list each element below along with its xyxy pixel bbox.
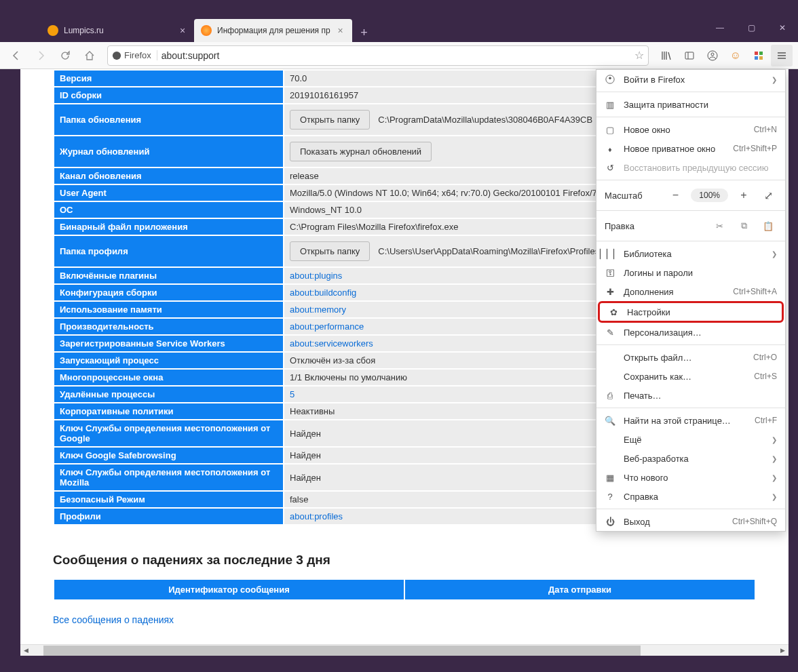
library-icon[interactable]: [656, 45, 677, 66]
open-folder-button[interactable]: Показать журнал обновлений: [290, 142, 432, 161]
identity-box[interactable]: Firefox: [112, 50, 157, 60]
help-icon: ?: [605, 491, 615, 502]
row-key: Запускающий процесс: [54, 353, 283, 368]
menu-customize[interactable]: ✎ Персонализация…: [596, 323, 785, 342]
row-key: Профили: [54, 509, 283, 524]
row-key: Канал обновления: [54, 168, 283, 184]
close-icon[interactable]: ×: [178, 26, 187, 35]
favicon-icon: [48, 25, 58, 36]
menu-more[interactable]: Ещё ❯: [596, 430, 785, 449]
row-key: Журнал обновлений: [54, 136, 283, 167]
row-key: Ключ Службы определения местоположения о…: [54, 420, 283, 446]
tab-lumpics[interactable]: Lumpics.ru ×: [41, 19, 194, 42]
toolbar: Firefox ☆ ☺: [0, 42, 798, 69]
row-key: Конфигурация сборки: [54, 285, 283, 300]
row-key: Корпоративные политики: [54, 403, 283, 419]
row-key: User Agent: [54, 185, 283, 201]
crash-table: Идентификатор сообщения Дата отправки: [53, 578, 756, 601]
zoom-in-button[interactable]: +: [735, 186, 753, 204]
sidebar-icon[interactable]: [679, 45, 700, 66]
open-folder-button[interactable]: Открыть папку: [290, 241, 370, 261]
account-icon[interactable]: [702, 45, 723, 66]
menu-privacy[interactable]: ▥ Защита приватности: [596, 95, 785, 114]
menu-help[interactable]: ? Справка ❯: [596, 487, 785, 506]
power-icon: ⏻: [605, 516, 615, 527]
menu-zoom: Масштаб − 100% + ⤢: [596, 183, 785, 207]
scroll-right-icon[interactable]: ▶: [777, 645, 788, 656]
close-icon[interactable]: ×: [336, 26, 345, 35]
row-key: Папка профиля: [54, 236, 283, 266]
tab-title: Информация для решения пр: [217, 26, 330, 35]
menu-addons[interactable]: ✚ Дополнения Ctrl+Shift+A: [596, 282, 785, 301]
all-crashes-link[interactable]: Все сообщения о падениях: [53, 614, 756, 625]
zoom-value[interactable]: 100%: [691, 189, 728, 202]
svg-point-3: [711, 53, 714, 56]
chevron-right-icon: ❯: [772, 76, 777, 83]
menu-library[interactable]: ▏▏▏ Библиотека ❯: [596, 244, 785, 263]
reload-button[interactable]: [54, 45, 76, 66]
open-folder-button[interactable]: Открыть папку: [290, 110, 370, 130]
gift-icon: ▦: [605, 472, 615, 483]
menu-find[interactable]: 🔍 Найти на этой странице… Ctrl+F: [596, 411, 785, 430]
menu-settings[interactable]: ✿ Настройки: [598, 301, 784, 323]
menu-quit[interactable]: ⏻ Выход Ctrl+Shift+Q: [596, 512, 785, 531]
titlebar[interactable]: [0, 0, 798, 18]
close-button[interactable]: ✕: [767, 18, 798, 38]
about-link[interactable]: about:performance: [290, 321, 364, 332]
menu-whatsnew[interactable]: ▦ Что нового ❯: [596, 468, 785, 487]
key-icon: ⚿: [605, 267, 615, 278]
about-link[interactable]: about:serviceworkers: [290, 338, 373, 349]
chevron-right-icon: ❯: [772, 455, 777, 462]
forward-button[interactable]: [30, 45, 52, 66]
puzzle-icon: ✚: [605, 286, 615, 297]
row-key: Ключ Google Safebrowsing: [54, 448, 283, 463]
menu-save-as[interactable]: Сохранить как… Ctrl+S: [596, 367, 785, 386]
emoji-icon[interactable]: ☺: [725, 45, 746, 66]
new-tab-button[interactable]: +: [355, 23, 374, 42]
gear-icon: ✿: [608, 307, 619, 317]
gift-icon[interactable]: [748, 45, 770, 66]
about-link[interactable]: about:buildconfig: [290, 288, 356, 298]
row-key: Производительность: [54, 319, 283, 334]
menu-open-file[interactable]: Открыть файл… Ctrl+O: [596, 348, 785, 367]
menu-logins[interactable]: ⚿ Логины и пароли: [596, 263, 785, 282]
cut-icon[interactable]: ✂: [710, 217, 728, 235]
row-key: Папка обновления: [54, 104, 283, 135]
menu-signin[interactable]: Войти в Firefox ❯: [596, 70, 785, 89]
chevron-right-icon: ❯: [772, 474, 777, 481]
brush-icon: ✎: [605, 327, 615, 338]
about-link[interactable]: about:memory: [290, 304, 346, 315]
minimize-button[interactable]: —: [704, 18, 736, 38]
firefox-icon: [201, 25, 212, 36]
fullscreen-icon[interactable]: ⤢: [759, 186, 777, 204]
hamburger-menu-button[interactable]: [771, 45, 793, 66]
menu-new-private[interactable]: ⬧ Новое приватное окно Ctrl+Shift+P: [596, 139, 785, 158]
tab-title: Lumpics.ru: [64, 26, 104, 35]
about-link[interactable]: about:profiles: [290, 511, 343, 521]
bookmark-star-icon[interactable]: ☆: [634, 49, 644, 62]
tab-about-support[interactable]: Информация для решения пр ×: [194, 19, 352, 42]
copy-icon[interactable]: ⧉: [735, 217, 753, 235]
menu-print[interactable]: ⎙ Печать…: [596, 386, 785, 405]
horizontal-scrollbar[interactable]: ◀ ▶: [20, 644, 788, 656]
url-bar[interactable]: Firefox ☆: [107, 45, 649, 66]
about-link[interactable]: 5: [290, 389, 294, 399]
url-input[interactable]: [162, 50, 630, 61]
row-key: Многопроцессные окна: [54, 370, 283, 385]
crash-heading: Сообщения о падениях за последние 3 дня: [53, 553, 756, 568]
scroll-thumb[interactable]: [43, 646, 641, 656]
menu-webdev[interactable]: Веб-разработка ❯: [596, 449, 785, 468]
library-icon: ▏▏▏: [605, 248, 615, 259]
home-button[interactable]: [79, 45, 100, 66]
paste-icon[interactable]: 📋: [759, 217, 777, 235]
svg-rect-6: [755, 56, 758, 60]
row-key: Использование памяти: [54, 302, 283, 317]
maximize-button[interactable]: ▢: [736, 18, 767, 38]
svg-point-9: [609, 77, 611, 80]
menu-new-window[interactable]: ▢ Новое окно Ctrl+N: [596, 120, 785, 139]
back-button[interactable]: [5, 45, 27, 66]
about-link[interactable]: about:plugins: [290, 271, 342, 281]
scroll-left-icon[interactable]: ◀: [20, 645, 32, 656]
zoom-out-button[interactable]: −: [666, 186, 684, 204]
firefox-logo-icon: [112, 51, 121, 60]
